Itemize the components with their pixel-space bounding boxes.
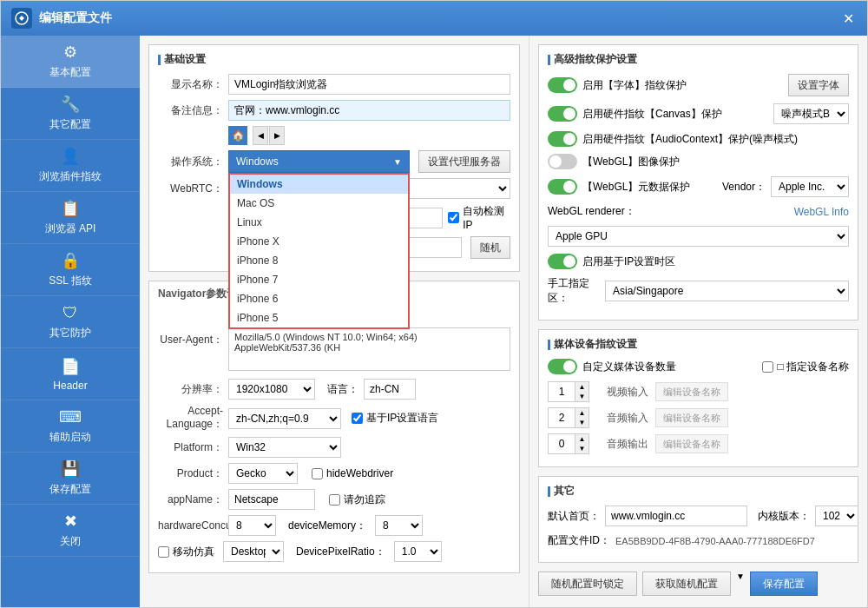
hide-webdriver-text: hideWebdriver	[326, 467, 393, 479]
appname-input[interactable]	[228, 489, 315, 510]
memo-label: 备注信息：	[158, 103, 223, 118]
accept-lang-select[interactable]: zh-CN,zh;q=0.9	[228, 408, 341, 429]
audio-output-count[interactable]	[549, 434, 575, 453]
get-random-button[interactable]: 获取随机配置	[642, 572, 731, 596]
audio-input-edit-button[interactable]: 编辑设备名称	[655, 408, 728, 427]
audio-output-stepper: ▲ ▼	[548, 433, 589, 454]
os-option-iphone5[interactable]: iPhone 5	[230, 308, 408, 327]
noise-mode-select[interactable]: 噪声模式B	[773, 103, 849, 124]
sidebar-label-other-config: 其它配置	[49, 117, 91, 132]
sidebar-item-api[interactable]: 📋 浏览器 API	[1, 192, 140, 244]
os-option-linux[interactable]: Linux	[230, 213, 408, 232]
sidebar-label-ssl: SSL 指纹	[49, 274, 92, 288]
webgl-image-toggle[interactable]	[548, 154, 577, 169]
os-option-iphonex[interactable]: iPhone X	[230, 232, 408, 251]
app-icon	[11, 8, 32, 29]
home-button[interactable]: 🏠	[228, 126, 247, 145]
pixel-ratio-select[interactable]: 1.0	[394, 541, 442, 562]
desktop-select[interactable]: Desktop	[223, 541, 284, 562]
os-option-iphone6[interactable]: iPhone 6	[230, 289, 408, 308]
os-option-macos[interactable]: Mac OS	[230, 194, 408, 213]
os-row: 操作系统： Windows ▼ Windows Mac OS Linux iPh…	[158, 150, 510, 173]
default-home-label: 默认首页：	[548, 509, 600, 524]
vendor-select[interactable]: Apple Inc.	[771, 176, 849, 197]
default-home-input[interactable]	[605, 506, 747, 526]
save-config-button[interactable]: 保存配置	[750, 572, 818, 596]
config-id-row: 配置文件ID： EA5BB9DD-4F8B-4790-AAA0-777188DE…	[548, 533, 849, 548]
pixel-ratio-label: DevicePixelRatio：	[296, 545, 385, 559]
product-select[interactable]: Gecko	[228, 463, 298, 484]
mobile-sim-checkbox[interactable]	[158, 546, 169, 558]
mobile-sim-label: 移动仿真	[158, 545, 214, 559]
proxy-server-button[interactable]: 设置代理服务器	[418, 150, 510, 173]
video-input-decrement[interactable]: ▼	[575, 392, 589, 401]
device-memory-select[interactable]: 8	[375, 515, 423, 536]
base-on-ip-lang-checkbox[interactable]	[352, 413, 363, 424]
sidebar-item-other-config[interactable]: 🔧 其它配置	[1, 88, 140, 140]
random-ip-button[interactable]: 随机	[470, 236, 510, 259]
get-random-arrow[interactable]: ▼	[736, 572, 745, 596]
auto-detect-ip-label: 自动检测IP	[448, 204, 510, 231]
memo-input[interactable]	[228, 100, 510, 121]
ssl-icon: 🔒	[61, 251, 80, 270]
sidebar-item-basic[interactable]: ⚙ 基本配置	[1, 36, 140, 88]
audio-input-increment[interactable]: ▲	[575, 408, 589, 418]
webgl-renderer-select[interactable]: Apple GPU	[548, 226, 849, 247]
os-option-iphone8[interactable]: iPhone 8	[230, 251, 408, 270]
sidebar-label-autostart: 辅助启动	[49, 430, 91, 445]
video-input-count[interactable]	[549, 382, 575, 401]
timezone-hand-label: 手工指定区：	[548, 276, 600, 306]
close-button[interactable]: ✕	[839, 10, 857, 27]
video-input-stepper: ▲ ▼	[548, 381, 589, 402]
os-select-button[interactable]: Windows ▼	[228, 150, 410, 173]
ua-textarea[interactable]: Mozilla/5.0 (Windows NT 10.0; Win64; x64…	[228, 327, 510, 371]
auto-detect-ip-text: 自动检测IP	[463, 204, 510, 231]
sidebar-label-close: 关闭	[60, 534, 81, 549]
display-name-input[interactable]	[228, 74, 510, 95]
hw-concurrency-select[interactable]: 8	[228, 515, 276, 536]
custom-count-toggle[interactable]	[548, 359, 577, 374]
base-on-ip-lang-text: 基于IP设置语言	[366, 411, 438, 426]
auto-detect-ip-checkbox[interactable]	[448, 212, 459, 223]
resolution-label: 分辨率：	[158, 382, 223, 397]
font-protect-toggle[interactable]	[548, 77, 577, 93]
set-font-button[interactable]: 设置字体	[788, 74, 849, 96]
audio-protect-toggle[interactable]	[548, 131, 577, 147]
sidebar-item-plugin[interactable]: 👤 浏览插件指纹	[1, 140, 140, 192]
webgl-data-toggle[interactable]	[548, 179, 577, 195]
sidebar-item-autostart[interactable]: ⌨ 辅助启动	[1, 400, 140, 453]
webgl-renderer-input-row: Apple GPU	[548, 226, 849, 247]
audio-input-label: 音频输入	[596, 411, 648, 426]
kernel-version-select[interactable]: 102	[815, 506, 858, 526]
os-option-windows[interactable]: Windows	[230, 175, 408, 194]
hide-webdriver-checkbox[interactable]	[312, 468, 323, 479]
no-trace-checkbox[interactable]	[329, 494, 340, 506]
sidebar-item-ssl[interactable]: 🔒 SSL 指纹	[1, 244, 140, 296]
audio-output-increment[interactable]: ▲	[575, 434, 589, 444]
random-lock-button[interactable]: 随机配置时锁定	[538, 572, 637, 596]
sidebar-item-header[interactable]: 📄 Header	[1, 348, 140, 400]
webgl-info-link[interactable]: WebGL Info	[794, 206, 849, 218]
canvas-protect-toggle[interactable]	[548, 106, 577, 122]
specify-name-checkbox[interactable]	[762, 361, 773, 373]
timezone-toggle[interactable]	[548, 254, 577, 269]
nav-forward-button[interactable]: ▶	[269, 126, 285, 145]
audio-output-row: ▲ ▼ 音频输出 编辑设备名称	[548, 433, 849, 454]
audio-input-count[interactable]	[549, 408, 575, 427]
sidebar-item-protect[interactable]: 🛡 其它防护	[1, 296, 140, 348]
timezone-value-select[interactable]: Asia/Singapore	[605, 281, 849, 301]
audio-output-decrement[interactable]: ▼	[575, 444, 589, 453]
resolution-select[interactable]: 1920x1080	[228, 379, 315, 400]
audio-output-edit-button[interactable]: 编辑设备名称	[655, 434, 728, 453]
window-title: 编辑配置文件	[39, 10, 839, 26]
os-option-iphone7[interactable]: iPhone 7	[230, 270, 408, 289]
nav-back-button[interactable]: ◀	[253, 126, 268, 145]
video-input-increment[interactable]: ▲	[575, 382, 589, 392]
platform-select[interactable]: Win32	[228, 437, 341, 458]
sidebar-item-close[interactable]: ✖ 关闭	[1, 505, 140, 557]
audio-input-decrement[interactable]: ▼	[575, 418, 589, 427]
language-input[interactable]	[364, 379, 416, 400]
protect-icon: 🛡	[62, 304, 78, 322]
sidebar-item-save-config[interactable]: 💾 保存配置	[1, 453, 140, 505]
video-edit-button[interactable]: 编辑设备名称	[655, 382, 728, 401]
